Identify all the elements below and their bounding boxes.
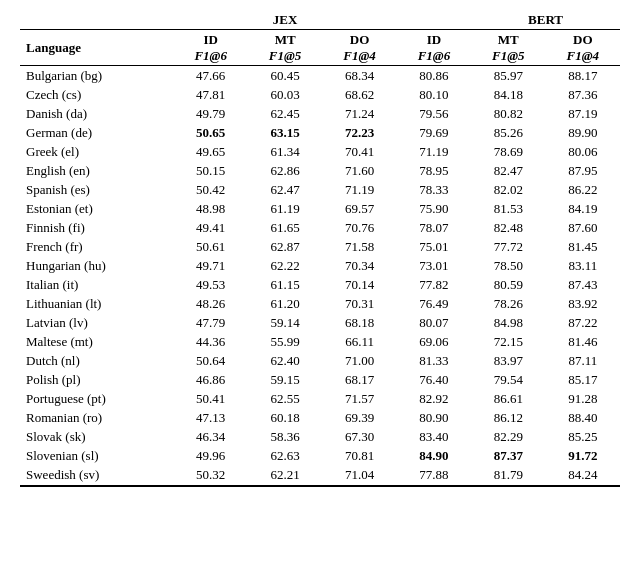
value-cell: 91.28 <box>546 390 620 409</box>
value-cell: 85.97 <box>471 66 545 86</box>
value-cell: 47.13 <box>174 409 248 428</box>
language-cell: Polish (pl) <box>20 371 174 390</box>
value-cell: 79.56 <box>397 105 471 124</box>
value-cell: 60.03 <box>248 86 322 105</box>
value-cell: 62.86 <box>248 162 322 181</box>
value-cell: 75.01 <box>397 238 471 257</box>
value-cell: 55.99 <box>248 333 322 352</box>
value-cell: 80.07 <box>397 314 471 333</box>
value-cell: 76.49 <box>397 295 471 314</box>
value-cell: 87.36 <box>546 86 620 105</box>
language-cell: Czech (cs) <box>20 86 174 105</box>
value-cell: 60.45 <box>248 66 322 86</box>
language-cell: Estonian (et) <box>20 200 174 219</box>
value-cell: 79.69 <box>397 124 471 143</box>
value-cell: 58.36 <box>248 428 322 447</box>
value-cell: 62.22 <box>248 257 322 276</box>
value-cell: 49.65 <box>174 143 248 162</box>
value-cell: 62.87 <box>248 238 322 257</box>
language-cell: Dutch (nl) <box>20 352 174 371</box>
empty-header <box>20 10 174 30</box>
value-cell: 85.26 <box>471 124 545 143</box>
language-cell: Hungarian (hu) <box>20 257 174 276</box>
value-cell: 85.25 <box>546 428 620 447</box>
value-cell: 87.19 <box>546 105 620 124</box>
table-row: English (en)50.1562.8671.6078.9582.4787.… <box>20 162 620 181</box>
value-cell: 47.81 <box>174 86 248 105</box>
jex-do-col-header: DOF1@4 <box>322 30 396 66</box>
table-row: Czech (cs)47.8160.0368.6280.1084.1887.36 <box>20 86 620 105</box>
table-row: Slovenian (sl)49.9662.6370.8184.9087.379… <box>20 447 620 466</box>
value-cell: 71.19 <box>322 181 396 200</box>
value-cell: 85.17 <box>546 371 620 390</box>
value-cell: 91.72 <box>546 447 620 466</box>
value-cell: 75.90 <box>397 200 471 219</box>
value-cell: 50.32 <box>174 466 248 486</box>
table-row: Finnish (fi)49.4161.6570.7678.0782.4887.… <box>20 219 620 238</box>
value-cell: 60.18 <box>248 409 322 428</box>
value-cell: 50.42 <box>174 181 248 200</box>
value-cell: 78.95 <box>397 162 471 181</box>
value-cell: 68.34 <box>322 66 396 86</box>
value-cell: 61.34 <box>248 143 322 162</box>
value-cell: 61.19 <box>248 200 322 219</box>
value-cell: 84.18 <box>471 86 545 105</box>
value-cell: 48.98 <box>174 200 248 219</box>
value-cell: 68.62 <box>322 86 396 105</box>
language-cell: Sweedish (sv) <box>20 466 174 486</box>
table-row: Hungarian (hu)49.7162.2270.3473.0178.508… <box>20 257 620 276</box>
value-cell: 84.24 <box>546 466 620 486</box>
language-cell: Finnish (fi) <box>20 219 174 238</box>
value-cell: 70.76 <box>322 219 396 238</box>
value-cell: 83.92 <box>546 295 620 314</box>
value-cell: 82.02 <box>471 181 545 200</box>
value-cell: 61.15 <box>248 276 322 295</box>
table-row: Sweedish (sv)50.3262.2171.0477.8881.7984… <box>20 466 620 486</box>
language-cell: Danish (da) <box>20 105 174 124</box>
value-cell: 71.19 <box>397 143 471 162</box>
table-row: Slovak (sk)46.3458.3667.3083.4082.2985.2… <box>20 428 620 447</box>
table-row: Romanian (ro)47.1360.1869.3980.9086.1288… <box>20 409 620 428</box>
value-cell: 66.11 <box>322 333 396 352</box>
value-cell: 81.45 <box>546 238 620 257</box>
value-cell: 49.53 <box>174 276 248 295</box>
value-cell: 81.79 <box>471 466 545 486</box>
value-cell: 82.92 <box>397 390 471 409</box>
value-cell: 62.47 <box>248 181 322 200</box>
value-cell: 81.46 <box>546 333 620 352</box>
table-row: Polish (pl)46.8659.1568.1776.4079.5485.1… <box>20 371 620 390</box>
value-cell: 80.90 <box>397 409 471 428</box>
value-cell: 89.90 <box>546 124 620 143</box>
language-cell: English (en) <box>20 162 174 181</box>
value-cell: 68.18 <box>322 314 396 333</box>
value-cell: 59.15 <box>248 371 322 390</box>
value-cell: 61.20 <box>248 295 322 314</box>
value-cell: 71.58 <box>322 238 396 257</box>
value-cell: 59.14 <box>248 314 322 333</box>
value-cell: 82.48 <box>471 219 545 238</box>
value-cell: 63.15 <box>248 124 322 143</box>
table-row: Lithuanian (lt)48.2661.2070.3176.4978.26… <box>20 295 620 314</box>
value-cell: 61.65 <box>248 219 322 238</box>
value-cell: 50.65 <box>174 124 248 143</box>
table-row: Greek (el)49.6561.3470.4171.1978.6980.06 <box>20 143 620 162</box>
value-cell: 68.17 <box>322 371 396 390</box>
value-cell: 76.40 <box>397 371 471 390</box>
value-cell: 70.34 <box>322 257 396 276</box>
value-cell: 86.12 <box>471 409 545 428</box>
value-cell: 50.61 <box>174 238 248 257</box>
value-cell: 84.98 <box>471 314 545 333</box>
value-cell: 50.15 <box>174 162 248 181</box>
value-cell: 82.29 <box>471 428 545 447</box>
value-cell: 87.43 <box>546 276 620 295</box>
table-row: Dutch (nl)50.6462.4071.0081.3383.9787.11 <box>20 352 620 371</box>
value-cell: 70.14 <box>322 276 396 295</box>
value-cell: 86.22 <box>546 181 620 200</box>
language-cell: Italian (it) <box>20 276 174 295</box>
value-cell: 50.41 <box>174 390 248 409</box>
value-cell: 82.47 <box>471 162 545 181</box>
bert-mt-col-header: MTF1@5 <box>471 30 545 66</box>
value-cell: 86.61 <box>471 390 545 409</box>
table-row: Portuguese (pt)50.4162.5571.5782.9286.61… <box>20 390 620 409</box>
value-cell: 62.55 <box>248 390 322 409</box>
